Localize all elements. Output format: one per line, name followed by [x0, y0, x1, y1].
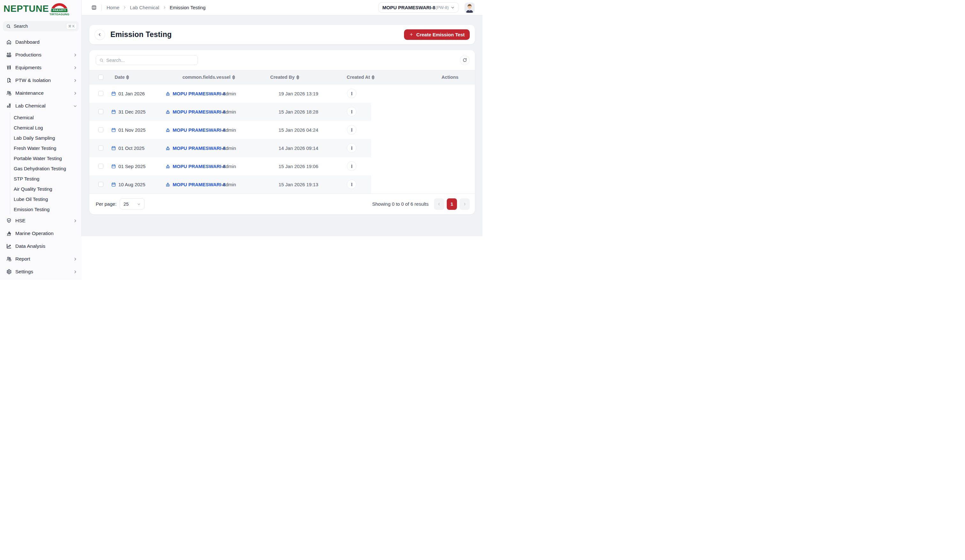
vessel-cell: MOPU PRAMESWARI-8 — [165, 127, 226, 133]
sidebar-item-report[interactable]: Report — [0, 253, 82, 265]
sidebar-subitem-gas-dehydration-testing[interactable]: Gas Dehydration Testing — [14, 163, 82, 173]
created-at-cell: 14 Jan 2026 09:14 — [279, 145, 318, 151]
sidebar-item-settings[interactable]: Settings — [0, 265, 82, 278]
sidebar-item-lab-chemical[interactable]: Lab Chemical — [0, 100, 82, 112]
row-checkbox[interactable] — [98, 163, 103, 169]
chevron-left-icon — [98, 33, 102, 37]
row-checkbox[interactable] — [98, 109, 103, 114]
row-checkbox[interactable] — [98, 91, 103, 96]
row-actions-menu-button[interactable] — [347, 125, 357, 135]
ship-icon — [165, 163, 170, 169]
brand-name: NEPTUNE — [3, 3, 49, 14]
table-row: 01 Oct 2025 MOPU PRAMESWARI-8 Admin 14 J… — [89, 139, 371, 157]
page-header-card: Emission Testing Create Emission Test — [89, 25, 475, 44]
create-emission-test-button[interactable]: Create Emission Test — [404, 29, 470, 40]
row-checkbox[interactable] — [98, 145, 103, 150]
vessel-link[interactable]: MOPU PRAMESWARI-8 — [173, 182, 226, 187]
sidebar-subitem-air-quality-testing[interactable]: Air Quality Testing — [14, 184, 82, 194]
chevron-right-icon — [73, 91, 77, 95]
sidebar-subitem-lube-oil-testing[interactable]: Lube Oil Testing — [14, 194, 82, 204]
vessel-link[interactable]: MOPU PRAMESWARI-8 — [173, 109, 226, 114]
created-by-cell: Admin — [222, 109, 236, 114]
row-actions-menu-button[interactable] — [347, 180, 357, 189]
previous-page-button[interactable] — [434, 198, 444, 210]
per-page-value: 25 — [123, 202, 129, 207]
gear-icon — [6, 269, 12, 274]
sidebar-item-dashboard[interactable]: Dashboard — [0, 36, 82, 49]
kebab-menu-icon — [349, 182, 354, 187]
vessel-link[interactable]: MOPU PRAMESWARI-8 — [173, 163, 226, 169]
per-page-select[interactable]: 25 — [119, 198, 145, 209]
row-actions-menu-button[interactable] — [347, 162, 357, 171]
sidebar-item-label: Lab Chemical — [15, 103, 46, 109]
sidebar-item-productions[interactable]: Productions — [0, 49, 82, 61]
table-row: 01 Nov 2025 MOPU PRAMESWARI-8 Admin 15 J… — [89, 121, 371, 139]
vessel-link[interactable]: MOPU PRAMESWARI-8 — [173, 145, 226, 151]
sidebar-item-data-analysis[interactable]: Data Analysis — [0, 240, 82, 253]
vessel-cell: MOPU PRAMESWARI-8 — [165, 91, 226, 96]
vessel-link[interactable]: MOPU PRAMESWARI-8 — [173, 91, 226, 96]
back-button[interactable] — [95, 29, 105, 40]
sidebar-subitem-emission-testing[interactable]: Emission Testing — [14, 204, 82, 214]
sidebar-subitem-fresh-water-testing[interactable]: Fresh Water Testing — [14, 143, 82, 153]
vessel-selector[interactable]: MOPU PRAMESWARI-8 (PW-8) — [378, 2, 459, 13]
column-header-created-at[interactable]: Created At — [347, 75, 375, 80]
chart-line-icon — [6, 243, 12, 249]
created-at-cell: 19 Jan 2026 13:19 — [279, 91, 318, 96]
lab-chemical-submenu: Chemical Chemical Log Lab Daily Sampling… — [10, 112, 82, 214]
ship-icon — [165, 127, 170, 132]
vessel-link[interactable]: MOPU PRAMESWARI-8 — [173, 127, 226, 133]
column-header-date[interactable]: Date — [114, 75, 129, 80]
column-header-vessel[interactable]: common.fields.vessel — [183, 75, 235, 80]
created-by-cell: Admin — [222, 127, 236, 133]
app-window: NEPTUNE PAKARTI TIRTOAGUNG Search ⌘ K Da… — [0, 0, 483, 280]
sidebar-item-hse[interactable]: HSE — [0, 214, 82, 227]
refresh-button[interactable] — [460, 55, 470, 65]
column-header-created-by[interactable]: Created By — [270, 75, 299, 80]
search-icon — [6, 24, 11, 29]
sidebar-item-label: Settings — [15, 269, 33, 274]
sidebar-subitem-portable-water-testing[interactable]: Portable Water Testing — [14, 153, 82, 163]
sidebar-item-label: Maintenance — [15, 90, 44, 96]
select-all-checkbox[interactable] — [98, 75, 103, 80]
column-header-actions: Actions — [441, 75, 458, 80]
sidebar-subitem-chemical[interactable]: Chemical — [14, 112, 82, 122]
sidebar-item-marine-operation[interactable]: Marine Operation — [0, 227, 82, 240]
sidebar-item-ptw-isolation[interactable]: PTW & Isolation — [0, 74, 82, 87]
row-checkbox[interactable] — [98, 182, 103, 187]
sidebar-subitem-chemical-log[interactable]: Chemical Log — [14, 122, 82, 133]
row-actions-menu-button[interactable] — [347, 107, 357, 116]
vessel-code: (PW-8) — [436, 5, 449, 10]
chevron-right-icon — [73, 66, 77, 70]
chevron-right-icon — [123, 6, 126, 9]
logo-arch-icon: PAKARTI TIRTOAGUNG — [50, 3, 69, 16]
row-checkbox[interactable] — [98, 127, 103, 132]
table-search-input[interactable]: Search... — [96, 55, 198, 65]
sidebar-search-input[interactable]: Search ⌘ K — [3, 21, 79, 31]
sidebar-toggle-icon[interactable] — [91, 5, 96, 10]
sidebar-subitem-stp-testing[interactable]: STP Testing — [14, 173, 82, 184]
calendar-icon — [111, 182, 116, 187]
sidebar-subitem-lab-daily-sampling[interactable]: Lab Daily Sampling — [14, 133, 82, 143]
sort-icon — [126, 75, 129, 79]
vessel-cell: MOPU PRAMESWARI-8 — [165, 182, 226, 187]
keyboard-shortcut-badge: ⌘ K — [66, 23, 77, 29]
breadcrumb-lab-chemical[interactable]: Lab Chemical — [130, 5, 159, 10]
sidebar-item-label: Productions — [15, 52, 41, 58]
table-row: 31 Dec 2025 MOPU PRAMESWARI-8 Admin 15 J… — [89, 103, 371, 121]
sidebar-item-label: Data Analysis — [15, 243, 45, 249]
chevron-left-icon — [437, 202, 441, 206]
main-area: Home Lab Chemical Emission Testing MOPU … — [82, 0, 483, 280]
sidebar-item-equipments[interactable]: Equipments — [0, 61, 82, 74]
user-avatar[interactable] — [464, 3, 475, 13]
sidebar-item-maintenance[interactable]: Maintenance — [0, 87, 82, 100]
row-actions-menu-button[interactable] — [347, 143, 357, 153]
created-at-cell: 15 Jan 2026 19:06 — [279, 163, 318, 169]
per-page-label: Per page: — [96, 201, 116, 207]
chevron-down-icon — [73, 104, 77, 108]
next-page-button[interactable] — [460, 198, 470, 210]
created-by-cell: Admin — [222, 145, 236, 151]
page-1-button[interactable]: 1 — [447, 198, 457, 210]
breadcrumb-home[interactable]: Home — [106, 5, 119, 10]
row-actions-menu-button[interactable] — [347, 89, 357, 98]
